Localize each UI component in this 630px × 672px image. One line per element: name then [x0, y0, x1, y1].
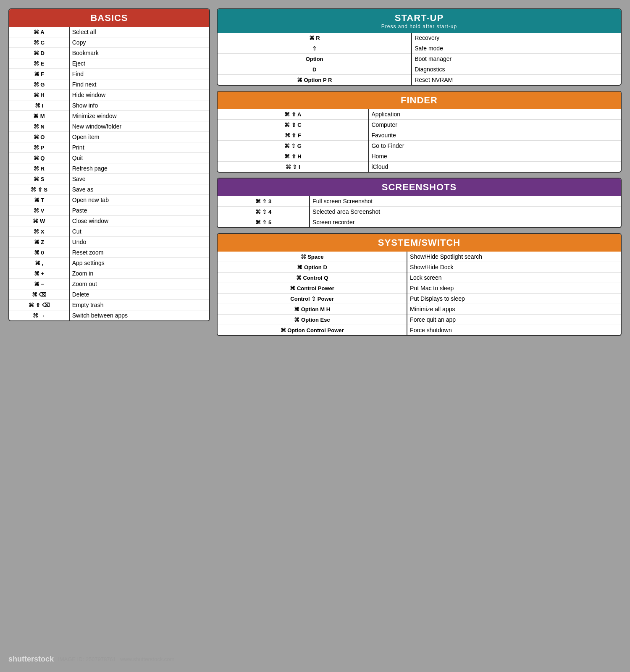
keys-cell: ⌘ Control Q — [218, 273, 407, 283]
keys-cell: ⌘ ⇧ C — [218, 120, 368, 130]
desc-cell: Application — [368, 109, 621, 120]
table-row: ⌘ ,App settings — [9, 258, 209, 268]
desc-cell: Find next — [69, 79, 209, 90]
desc-cell: Put Displays to sleep — [407, 294, 621, 304]
table-row: ⌘ VPaste — [9, 205, 209, 216]
desc-cell: Zoom in — [69, 268, 209, 279]
system-switch-section: SYSTEM/SWITCH ⌘ SpaceShow/Hide Spotlight… — [217, 233, 622, 336]
keys-cell: ⌘ Option P R — [218, 75, 412, 85]
screenshots-header: SCREENSHOTS — [218, 178, 621, 196]
desc-cell: Force shutdown — [407, 325, 621, 336]
desc-cell: Find — [69, 69, 209, 79]
keys-cell: ⌘ ⇧ H — [218, 151, 368, 162]
desc-cell: Save as — [69, 184, 209, 195]
desc-cell: Lock screen — [407, 273, 621, 283]
table-row: ⌘ WClose window — [9, 216, 209, 226]
desc-cell: Minimize all apps — [407, 304, 621, 315]
desc-cell: Quit — [69, 153, 209, 163]
table-row: ⌘ TOpen new tab — [9, 195, 209, 205]
keys-cell: ⌘ Space — [218, 252, 407, 262]
desc-cell: Copy — [69, 37, 209, 48]
desc-cell: Paste — [69, 205, 209, 216]
keys-cell: ⌘ − — [9, 279, 69, 289]
desc-cell: Diagnostics — [412, 64, 621, 75]
screenshots-table: ⌘ ⇧ 3Full screen Screenshot⌘ ⇧ 4Selected… — [218, 196, 621, 227]
keys-cell: ⌘ T — [9, 195, 69, 205]
desc-cell: New window/folder — [69, 121, 209, 132]
keys-cell: ⌘ C — [9, 37, 69, 48]
desc-cell: Undo — [69, 237, 209, 247]
table-row: OptionBoot manager — [218, 54, 621, 64]
keys-cell: ⌘ S — [9, 174, 69, 184]
keys-cell: ⌘ → — [9, 310, 69, 321]
desc-cell: Cut — [69, 226, 209, 237]
keys-cell: ⌘ ⇧ I — [218, 162, 368, 172]
desc-cell: Eject — [69, 58, 209, 69]
keys-cell: ⌘ Q — [9, 153, 69, 163]
table-row: ⌘ ⇧ IiCloud — [218, 162, 621, 172]
desc-cell: Computer — [368, 120, 621, 130]
desc-cell: Reset NVRAM — [412, 75, 621, 85]
desc-cell: Force quit an app — [407, 315, 621, 325]
table-row: DDiagnostics — [218, 64, 621, 75]
table-row: ⌘ 0Reset zoom — [9, 247, 209, 258]
desc-cell: App settings — [69, 258, 209, 268]
table-row: ⌘ HHide window — [9, 90, 209, 100]
desc-cell: Show info — [69, 100, 209, 111]
keys-cell: ⌘ ⇧ ⌫ — [9, 300, 69, 310]
keys-cell: ⌘ I — [9, 100, 69, 111]
keys-cell: ⌘ M — [9, 111, 69, 121]
keys-cell: ⌘ ⇧ 5 — [218, 217, 310, 228]
basics-header: BASICS — [9, 9, 209, 27]
desc-cell: Full screen Screenshot — [310, 196, 621, 207]
keys-cell: ⌘ R — [9, 163, 69, 174]
keys-cell: ⌘ E — [9, 58, 69, 69]
desc-cell: Open item — [69, 132, 209, 142]
keys-cell: ⌘ O — [9, 132, 69, 142]
keys-cell: ⌘ 0 — [9, 247, 69, 258]
table-row: ⌘ MMinimize window — [9, 111, 209, 121]
desc-cell: Recovery — [412, 33, 621, 43]
keys-cell: ⌘ A — [9, 27, 69, 37]
desc-cell: Zoom out — [69, 279, 209, 289]
keys-cell: ⌘ ⇧ G — [218, 141, 368, 151]
table-row: ⌘ DBookmark — [9, 48, 209, 58]
table-row: ⌘ XCut — [9, 226, 209, 237]
desc-cell: Minimize window — [69, 111, 209, 121]
desc-cell: Hide window — [69, 90, 209, 100]
footer: shutterstock IMAGE ID: 2507978761 www.sh… — [8, 655, 622, 664]
keys-cell: D — [218, 64, 412, 75]
keys-cell: ⌘ ⇧ 4 — [218, 207, 310, 217]
finder-table: ⌘ ⇧ AApplication⌘ ⇧ CComputer⌘ ⇧ FFavour… — [218, 109, 621, 172]
table-row: ⌘ RRefresh page — [9, 163, 209, 174]
table-row: ⌘ ASelect all — [9, 27, 209, 37]
desc-cell: Reset zoom — [69, 247, 209, 258]
keys-cell: ⌘ Option D — [218, 262, 407, 273]
keys-cell: ⌘ F — [9, 69, 69, 79]
table-row: ⌘ OOpen item — [9, 132, 209, 142]
keys-cell: ⇧ — [218, 43, 412, 54]
desc-cell: Selected area Screenshot — [310, 207, 621, 217]
keys-cell: ⌘ ⌫ — [9, 289, 69, 300]
finder-section: FINDER ⌘ ⇧ AApplication⌘ ⇧ CComputer⌘ ⇧ … — [217, 91, 622, 173]
table-row: ⌘ Control PowerPut Mac to sleep — [218, 283, 621, 294]
keys-cell: ⌘ Control Power — [218, 283, 407, 294]
desc-cell: Home — [368, 151, 621, 162]
keys-cell: Option — [218, 54, 412, 64]
system-switch-table: ⌘ SpaceShow/Hide Spotlight search⌘ Optio… — [218, 252, 621, 335]
table-row: ⌘ ⇧ GGo to Finder — [218, 141, 621, 151]
desc-cell: Close window — [69, 216, 209, 226]
desc-cell: Favourite — [368, 130, 621, 141]
desc-cell: Show/Hide Spotlight search — [407, 252, 621, 262]
desc-cell: Bookmark — [69, 48, 209, 58]
finder-header: FINDER — [218, 92, 621, 109]
table-row: ⌘ ⇧ SSave as — [9, 184, 209, 195]
table-row: ⌘ −Zoom out — [9, 279, 209, 289]
table-row: ⌘ SSave — [9, 174, 209, 184]
table-row: ⌘ QQuit — [9, 153, 209, 163]
keys-cell: ⌘ G — [9, 79, 69, 90]
keys-cell: ⌘ , — [9, 258, 69, 268]
keys-cell: ⌘ N — [9, 121, 69, 132]
table-row: ⌘ ⌫Delete — [9, 289, 209, 300]
table-row: ⌘ CCopy — [9, 37, 209, 48]
